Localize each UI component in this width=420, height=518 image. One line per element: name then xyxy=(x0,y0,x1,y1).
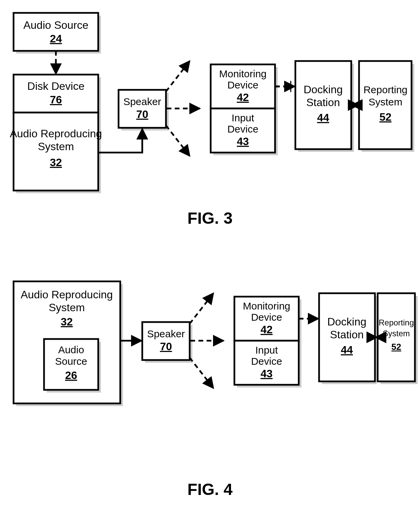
arrow-system-to-speaker xyxy=(98,129,142,153)
f4-monitoring-label1: Monitoring xyxy=(243,300,290,312)
fig4-caption: FIG. 4 xyxy=(187,480,233,498)
f4-audio-system-label1: Audio Reproducing xyxy=(21,288,113,301)
f4-speaker-ray-up xyxy=(190,293,213,324)
audio-system-label2: System xyxy=(38,140,74,153)
f4-docking-label2: Station xyxy=(330,328,364,341)
f4-input-label1: Input xyxy=(255,344,278,356)
speaker-number: 70 xyxy=(136,108,148,120)
f4-docking-label1: Docking xyxy=(327,316,366,328)
docking-number-b: 44 xyxy=(317,112,329,124)
speaker-ray-up xyxy=(166,61,190,92)
f4-audio-system-number: 32 xyxy=(61,316,73,328)
speaker-ray-down xyxy=(166,125,190,156)
reporting-label2b: System xyxy=(369,96,402,107)
docking-label1b: Docking xyxy=(303,83,343,96)
f4-docking-block: Docking Station 44 xyxy=(319,293,378,384)
f4-audio-source-number: 26 xyxy=(65,369,77,381)
speaker-block: Speaker 70 xyxy=(119,90,169,131)
fig4-group: Audio Reproducing System 32 Audio Source… xyxy=(14,281,418,406)
audio-system-number: 32 xyxy=(50,156,62,168)
f4-reporting-label1: Reporting xyxy=(379,318,414,327)
monitor-input-block: Monitoring Device 42 Input Device 43 xyxy=(211,64,278,155)
f4-speaker-ray-down xyxy=(190,358,213,388)
monitoring-label2: Device xyxy=(227,79,258,91)
disk-device-label: Disk Device xyxy=(27,80,85,92)
audio-source-block: Audio Source 24 xyxy=(14,13,101,54)
svg-rect-1 xyxy=(14,13,98,51)
f4-speaker-label: Speaker xyxy=(147,328,185,339)
f4-monitoring-number: 42 xyxy=(260,323,273,336)
monitoring-label1: Monitoring xyxy=(219,68,267,79)
f4-audio-source-label2: Source xyxy=(55,356,87,367)
reporting-label1b: Reporting xyxy=(363,84,407,95)
audio-source-number: 24 xyxy=(50,33,62,45)
disk-device-block: Disk Device 76 xyxy=(14,75,101,115)
f4-monitoring-label2: Device xyxy=(251,312,282,323)
f4-speaker-number: 70 xyxy=(160,340,172,353)
f4-monitor-input-block: Monitoring Device 42 Input Device 43 xyxy=(234,297,301,387)
input-label2: Device xyxy=(227,123,258,135)
diagram-canvas: Audio Source 24 Disk Device 76 Audio Rep… xyxy=(0,0,420,518)
disk-device-number: 76 xyxy=(50,94,62,106)
speaker-label: Speaker xyxy=(123,96,161,107)
input-label1: Input xyxy=(232,112,254,123)
audio-source-label: Audio Source xyxy=(23,19,88,31)
f4-speaker-block: Speaker 70 xyxy=(142,322,192,363)
audio-system-block: Audio Reproducing System 32 xyxy=(10,113,102,193)
f4-input-number: 43 xyxy=(260,367,273,380)
docking-label2b: Station xyxy=(306,96,340,108)
f4-input-label2: Device xyxy=(251,356,282,367)
fig3-right-redo: Docking Station 44 Reporting System 52 xyxy=(275,61,414,152)
f4-docking-number: 44 xyxy=(341,344,353,356)
f4-audio-system-label2: System xyxy=(49,301,85,314)
monitoring-number: 42 xyxy=(237,91,249,103)
fig3-caption: FIG. 3 xyxy=(187,209,232,227)
audio-system-outer: Audio Reproducing System 32 Audio Source… xyxy=(14,281,123,406)
reporting-number-b: 52 xyxy=(379,111,392,123)
audio-system-label1: Audio Reproducing xyxy=(10,127,102,140)
f4-reporting-block2: Reporting System 52 xyxy=(378,293,418,384)
f4-reporting-label2: System xyxy=(383,329,410,338)
input-number: 43 xyxy=(237,135,249,147)
f4-audio-source-label1: Audio xyxy=(58,344,84,355)
f4-reporting-number: 52 xyxy=(392,342,401,352)
